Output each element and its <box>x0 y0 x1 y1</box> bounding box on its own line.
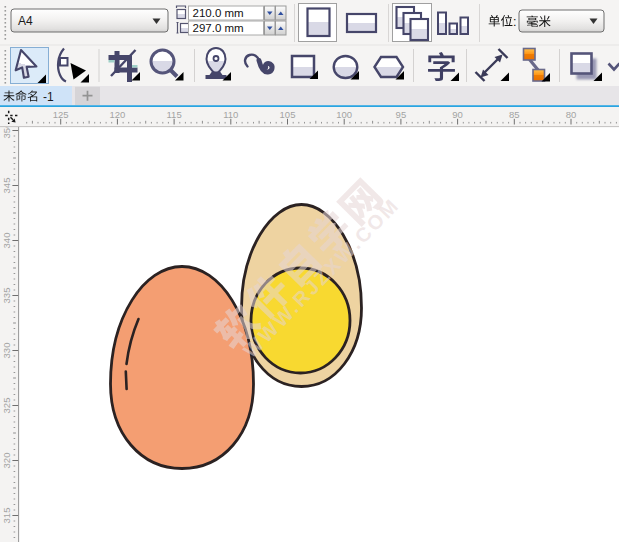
svg-text:105: 105 <box>280 109 296 120</box>
svg-text:210.0 mm: 210.0 mm <box>193 7 244 19</box>
svg-text:297.0 mm: 297.0 mm <box>193 22 244 34</box>
svg-text:A4: A4 <box>18 14 33 28</box>
svg-text:100: 100 <box>336 109 352 120</box>
svg-text:345: 345 <box>1 178 12 194</box>
svg-text:90: 90 <box>452 109 463 120</box>
svg-text:315: 315 <box>1 508 12 524</box>
svg-text:325: 325 <box>1 398 12 414</box>
svg-text::: : <box>513 15 516 29</box>
svg-text:115: 115 <box>167 109 182 120</box>
svg-text:125: 125 <box>53 109 69 120</box>
svg-text:330: 330 <box>1 343 12 359</box>
svg-text:95: 95 <box>396 109 407 120</box>
svg-text:340: 340 <box>1 233 12 249</box>
svg-text:85: 85 <box>509 109 520 120</box>
svg-text:80: 80 <box>566 109 577 120</box>
svg-text:320: 320 <box>1 453 12 469</box>
svg-text:120: 120 <box>109 109 125 120</box>
svg-text:335: 335 <box>1 288 12 304</box>
svg-text:110: 110 <box>223 109 238 120</box>
svg-text:-1: -1 <box>43 90 54 104</box>
